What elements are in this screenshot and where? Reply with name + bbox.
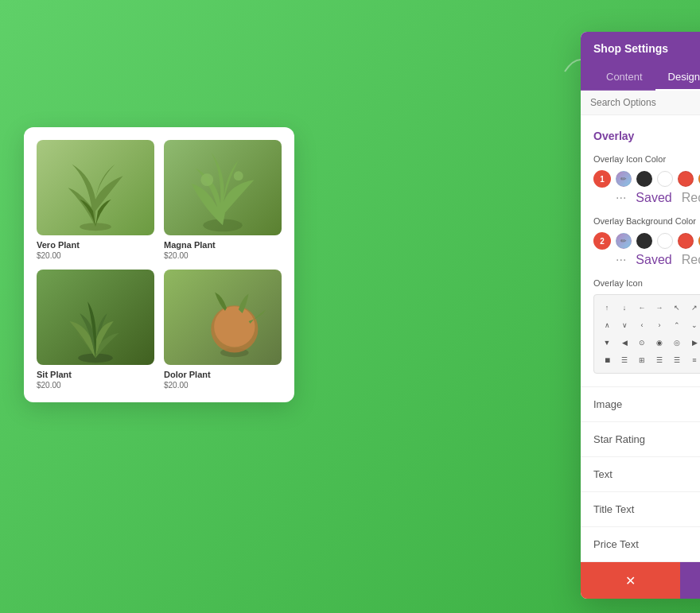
badge-2: 2 xyxy=(593,232,611,250)
product-image xyxy=(37,140,154,235)
product-item: Vero Plant $20.00 xyxy=(37,140,154,260)
color-meta-2: ··· Saved Recent xyxy=(593,253,700,267)
icon-cell[interactable]: ‹ xyxy=(634,317,650,333)
text-section-header[interactable]: Text ∨ xyxy=(581,457,700,491)
svg-point-7 xyxy=(214,306,255,347)
text-section-title: Text xyxy=(593,468,612,480)
icon-cell[interactable]: ⌄ xyxy=(686,317,700,333)
color-recent-1[interactable]: Recent xyxy=(682,191,700,205)
icon-cell[interactable]: ⊙ xyxy=(634,335,650,351)
color-meta-1: ··· Saved Recent xyxy=(593,191,700,205)
color-more-dots-2[interactable]: ··· xyxy=(616,253,626,267)
icon-cell[interactable]: ☰ xyxy=(616,352,632,368)
panel-content: Overlay ⌃ ⋮ Overlay Icon Color 1 ✏ xyxy=(581,115,700,562)
svg-point-3 xyxy=(234,171,243,180)
icon-cell[interactable]: ↓ xyxy=(616,300,632,316)
icon-cell[interactable]: ⌃ xyxy=(669,317,685,333)
icon-cell[interactable]: ⊞ xyxy=(634,352,650,368)
icon-cell[interactable]: ☰ xyxy=(651,352,667,368)
product-price: $20.00 xyxy=(37,381,154,390)
title-text-section: Title Text ∨ xyxy=(581,492,700,527)
color-swatch-white-1[interactable] xyxy=(657,171,673,187)
cancel-icon: ✕ xyxy=(625,573,636,588)
color-saved-1[interactable]: Saved xyxy=(636,191,671,205)
title-text-section-header[interactable]: Title Text ∨ xyxy=(581,492,700,526)
star-rating-section-header[interactable]: Star Rating ∨ xyxy=(581,422,700,456)
star-rating-section-title: Star Rating xyxy=(593,433,645,445)
price-text-section-title: Price Text xyxy=(593,538,639,550)
section-header: Overlay ⌃ ⋮ xyxy=(593,128,700,143)
image-section-title: Image xyxy=(593,398,622,410)
icon-cell[interactable]: › xyxy=(651,317,667,333)
badge-1: 1 xyxy=(593,170,611,188)
icon-cell[interactable]: ∧ xyxy=(599,317,615,333)
color-swatch-red-1[interactable] xyxy=(678,171,694,187)
product-price: $20.00 xyxy=(164,381,282,390)
product-name: Magna Plant xyxy=(164,240,282,250)
image-section-header[interactable]: Image ∨ xyxy=(581,387,700,421)
price-text-section: Price Text ∨ xyxy=(581,527,700,562)
text-section: Text ∨ xyxy=(581,457,700,492)
icon-cell[interactable]: ⏹ xyxy=(599,352,615,368)
custom-color-picker-2[interactable]: ✏ xyxy=(616,233,632,249)
color-swatch-black-1[interactable] xyxy=(636,171,652,187)
icon-grid: ↑ ↓ ← → ↖ ↗ ↙ ↘ ↕ ↔ ⇄ ⇅ ↱ ↲ ⤢ ⤡ ⛶ xyxy=(593,294,700,374)
icon-cell[interactable]: ↗ xyxy=(686,300,700,316)
icon-cell[interactable]: ▶ xyxy=(686,335,700,351)
icon-cell[interactable]: ← xyxy=(634,300,650,316)
product-price: $20.00 xyxy=(37,251,154,260)
tab-design[interactable]: Design xyxy=(655,64,700,91)
tab-content[interactable]: Content xyxy=(593,64,655,91)
icon-cell[interactable]: ↑ xyxy=(599,300,615,316)
product-grid: Vero Plant $20.00 Magna Plant $20.00 xyxy=(24,127,294,402)
icon-cell[interactable]: ∨ xyxy=(616,317,632,333)
product-image xyxy=(37,270,154,365)
bg-color-label: Overlay Background Color xyxy=(593,216,700,226)
panel-toolbar: ✕ ↺ ↻ ✓ xyxy=(581,562,700,599)
icon-color-row: 1 ✏ xyxy=(593,170,700,188)
overlay-section: Overlay ⌃ ⋮ Overlay Icon Color 1 ✏ xyxy=(581,115,700,387)
star-rating-section: Star Rating ∨ xyxy=(581,422,700,457)
product-item: Magna Plant $20.00 xyxy=(164,140,282,260)
image-section: Image ∨ xyxy=(581,387,700,422)
color-recent-2[interactable]: Recent xyxy=(682,253,700,267)
search-bar: + Filter xyxy=(581,91,700,115)
search-input[interactable] xyxy=(590,97,700,108)
icon-cell[interactable]: ↖ xyxy=(669,300,685,316)
color-swatch-black-2[interactable] xyxy=(636,233,652,249)
settings-panel: ✕ Shop Settings ⊞ ⧉ ⋮ Content Design Adv… xyxy=(581,32,700,599)
icon-cell[interactable]: ◀ xyxy=(616,335,632,351)
product-price: $20.00 xyxy=(164,251,282,260)
overlay-icon-label: Overlay Icon xyxy=(593,278,700,288)
icon-color-label: Overlay Icon Color xyxy=(593,154,700,164)
color-more-dots-1[interactable]: ··· xyxy=(616,191,626,205)
color-swatch-white-2[interactable] xyxy=(657,233,673,249)
product-image xyxy=(164,270,282,365)
icon-cell[interactable]: ▼ xyxy=(599,335,615,351)
bg-color-row: 2 ✏ xyxy=(593,232,700,250)
custom-color-picker-1[interactable]: ✏ xyxy=(616,171,632,187)
panel-title: Shop Settings xyxy=(593,42,668,55)
panel-header: Shop Settings ⊞ ⧉ ⋮ xyxy=(581,32,700,64)
panel-tabs: Content Design Advanced xyxy=(581,64,700,91)
color-swatch-red-2[interactable] xyxy=(678,233,694,249)
product-item: Dolor Plant $20.00 xyxy=(164,270,282,390)
overlay-section-title: Overlay xyxy=(593,130,634,142)
icon-cell[interactable]: ◉ xyxy=(651,335,667,351)
price-text-section-header[interactable]: Price Text ∨ xyxy=(581,527,700,561)
icon-cell[interactable]: ≡ xyxy=(686,352,700,368)
product-name: Dolor Plant xyxy=(164,370,282,379)
product-item: Sit Plant $20.00 xyxy=(37,270,154,390)
undo-button[interactable]: ↺ xyxy=(680,562,700,599)
product-name: Sit Plant xyxy=(37,370,154,379)
product-image xyxy=(164,140,282,235)
icon-cell[interactable]: ☰ xyxy=(669,352,685,368)
icon-cell[interactable]: → xyxy=(651,300,667,316)
color-saved-2[interactable]: Saved xyxy=(636,253,671,267)
icon-cell[interactable]: ◎ xyxy=(669,335,685,351)
svg-point-2 xyxy=(200,173,213,186)
cancel-button[interactable]: ✕ xyxy=(581,562,680,599)
product-name: Vero Plant xyxy=(37,240,154,250)
title-text-section-title: Title Text xyxy=(593,503,634,515)
